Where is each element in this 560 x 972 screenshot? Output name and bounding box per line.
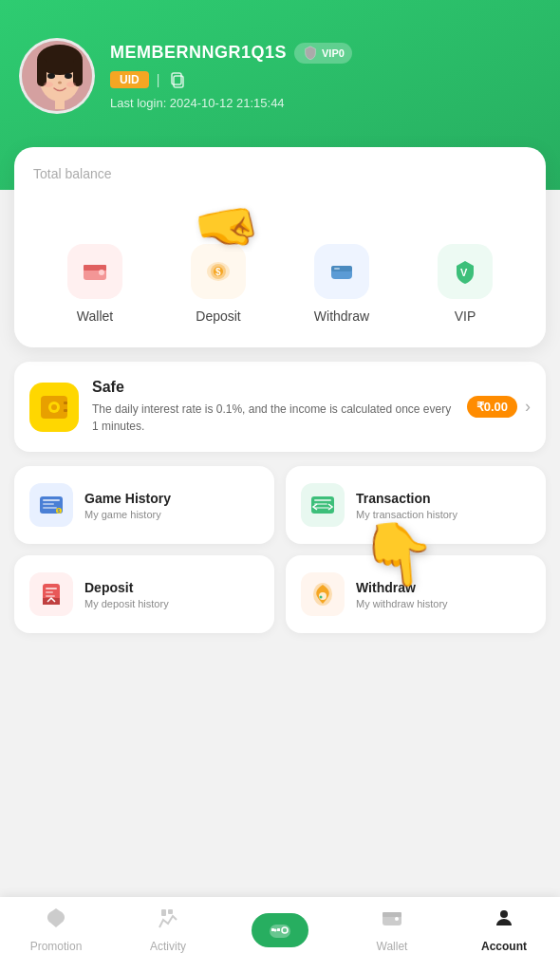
safe-balance[interactable]: ₹0.00 › <box>467 396 531 418</box>
deposit-history-item[interactable]: Deposit My deposit history <box>14 555 274 633</box>
game-history-icon: $ <box>29 483 73 527</box>
deposit-history-title: Deposit <box>84 580 169 595</box>
svg-rect-3 <box>37 58 47 86</box>
svg-rect-4 <box>73 58 83 86</box>
safe-card[interactable]: Safe The daily interest rate is 0.1%, an… <box>14 362 546 452</box>
nav-wallet[interactable]: Wallet <box>336 907 448 953</box>
withdraw-icon <box>314 244 369 299</box>
withdraw-history-item[interactable]: Withdraw My withdraw history <box>286 555 546 633</box>
svg-rect-22 <box>334 268 340 270</box>
uid-divider: | <box>157 72 160 87</box>
svg-point-6 <box>65 73 72 79</box>
svg-rect-14 <box>84 265 106 271</box>
transaction-item[interactable]: Transaction My transaction history <box>286 466 546 544</box>
svg-point-26 <box>51 404 57 410</box>
nav-activity[interactable]: Activity <box>112 907 224 953</box>
account-label: Account <box>481 940 527 953</box>
withdraw-label: Withdraw <box>314 308 369 324</box>
withdraw-action[interactable]: Withdraw <box>308 244 375 324</box>
avatar[interactable] <box>19 38 95 114</box>
svg-rect-32 <box>43 507 57 509</box>
svg-rect-51 <box>277 928 280 931</box>
game-history-subtitle: My game history <box>84 509 171 520</box>
transaction-subtitle: My transaction history <box>356 509 457 520</box>
svg-rect-27 <box>64 402 67 404</box>
svg-rect-47 <box>161 909 166 916</box>
copy-icon[interactable] <box>167 69 188 90</box>
svg-rect-40 <box>46 588 57 589</box>
vip-action[interactable]: V VIP <box>432 244 498 324</box>
wallet-icon <box>67 244 122 299</box>
safe-info: Safe The daily interest rate is 0.1%, an… <box>92 379 454 435</box>
svg-rect-41 <box>46 591 53 593</box>
safe-title: Safe <box>92 379 454 396</box>
svg-rect-28 <box>64 409 67 412</box>
svg-rect-57 <box>383 912 401 917</box>
nav-account[interactable]: Account <box>448 907 560 953</box>
page-wrapper: MEMBERNNGR1Q1S VIP0 UID | <box>0 0 560 723</box>
activity-label: Activity <box>150 940 186 953</box>
activity-icon <box>157 907 179 935</box>
svg-point-46 <box>320 596 323 599</box>
svg-text:$: $ <box>215 267 221 277</box>
deposit-icon: $ <box>191 244 246 299</box>
safe-icon <box>29 383 79 432</box>
deposit-label: Deposit <box>196 308 240 324</box>
deposit-action[interactable]: $ Deposit 🤜 <box>185 244 252 324</box>
withdraw-history-text: Withdraw My withdraw history <box>356 580 448 609</box>
withdraw-history-title: Withdraw <box>356 580 448 595</box>
wallet-label: Wallet <box>77 308 113 324</box>
promotion-label: Promotion <box>30 940 83 953</box>
menu-grid: $ Game History My game history <box>14 466 546 633</box>
total-balance-label: Total balance <box>33 166 527 181</box>
transaction-text: Transaction My transaction history <box>356 491 457 520</box>
svg-point-9 <box>44 82 53 87</box>
shield-icon <box>302 45 319 62</box>
svg-point-5 <box>47 73 55 79</box>
safe-chevron-icon: › <box>525 397 531 417</box>
svg-point-10 <box>66 82 76 87</box>
svg-text:$: $ <box>58 508 61 514</box>
svg-rect-8 <box>55 100 65 109</box>
game-history-item[interactable]: $ Game History My game history <box>14 466 274 544</box>
safe-description: The daily interest rate is 0.1%, and the… <box>92 401 454 435</box>
svg-rect-36 <box>314 499 331 501</box>
nav-promotion[interactable]: Promotion <box>0 907 112 953</box>
transaction-title: Transaction <box>356 491 457 506</box>
withdraw-history-subtitle: My withdraw history <box>356 598 448 609</box>
vip-badge: VIP0 <box>294 43 352 64</box>
svg-point-58 <box>395 917 399 921</box>
svg-rect-48 <box>168 909 173 914</box>
promotion-icon <box>45 907 67 935</box>
svg-rect-42 <box>46 595 55 597</box>
safe-balance-amount: ₹0.00 <box>467 396 517 418</box>
balance-card: Total balance Wallet <box>14 147 546 347</box>
wallet-nav-label: Wallet <box>377 940 408 953</box>
last-login: Last login: 2024-10-12 21:15:44 <box>110 96 541 110</box>
game-history-text: Game History My game history <box>84 491 171 520</box>
svg-rect-30 <box>43 499 60 501</box>
nav-game-center <box>224 913 336 947</box>
vip-label: VIP <box>455 308 476 324</box>
svg-point-59 <box>500 910 508 918</box>
game-history-title: Game History <box>84 491 171 506</box>
username: MEMBERNNGR1Q1S <box>110 43 287 63</box>
user-info: MEMBERNNGR1Q1S VIP0 UID | <box>110 43 541 110</box>
svg-rect-31 <box>43 503 54 505</box>
nav-game-button[interactable] <box>252 913 308 947</box>
withdraw-history-icon <box>301 572 345 616</box>
uid-row: UID | <box>110 69 541 90</box>
bottom-nav: Promotion Activity <box>0 897 560 972</box>
header-content: MEMBERNNGR1Q1S VIP0 UID | <box>19 38 541 114</box>
balance-amount <box>33 191 527 225</box>
wallet-action[interactable]: Wallet <box>62 244 128 324</box>
uid-label: UID <box>110 71 149 88</box>
deposit-history-subtitle: My deposit history <box>84 598 169 609</box>
vip-icon: V <box>438 244 493 299</box>
deposit-history-icon <box>29 572 73 616</box>
deposit-history-text: Deposit My deposit history <box>84 580 169 609</box>
wallet-nav-icon <box>381 907 403 935</box>
vip-label: VIP0 <box>322 47 345 59</box>
quick-actions: Wallet $ Deposit 🤜 <box>33 244 527 324</box>
username-row: MEMBERNNGR1Q1S VIP0 <box>110 43 541 64</box>
